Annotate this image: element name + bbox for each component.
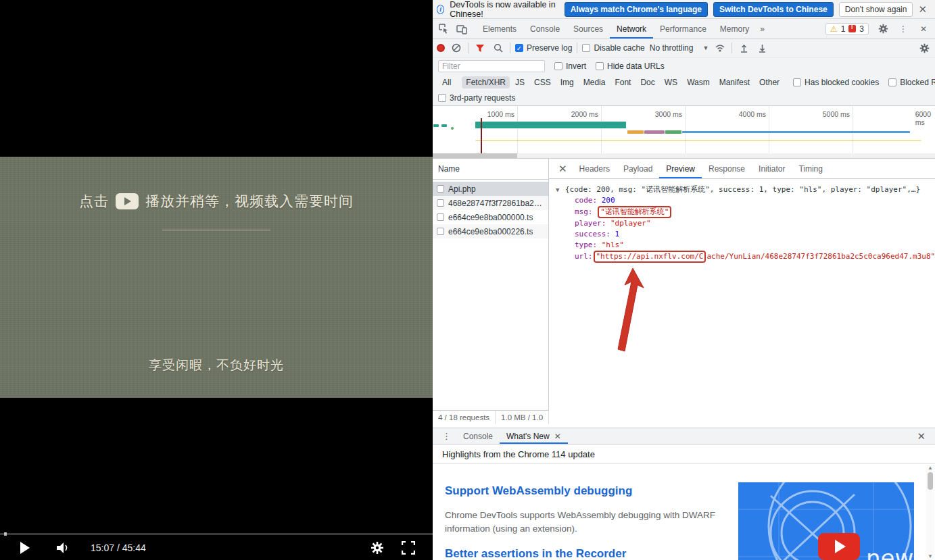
device-toolbar-button[interactable] [453, 20, 471, 38]
tab-payload[interactable]: Payload [617, 159, 659, 178]
network-settings-gear-icon[interactable] [917, 41, 931, 55]
tab-headers[interactable]: Headers [573, 159, 617, 178]
play-button[interactable] [0, 535, 30, 560]
invert-checkbox[interactable]: Invert [554, 61, 586, 71]
filter-input[interactable] [438, 60, 545, 72]
network-overview-timeline[interactable]: 1000 ms 2000 ms 3000 ms 4000 ms 5000 ms … [433, 106, 935, 159]
video-frame[interactable]: 点击 播放并稍等，视频载入需要时间 享受闲暇，不负好时光 [0, 157, 433, 398]
tab-elements[interactable]: Elements [476, 19, 523, 39]
inspect-element-button[interactable] [435, 20, 453, 38]
filter-type-other[interactable]: Other [755, 76, 784, 88]
whats-new-content: Support WebAssembly debugging Chrome Dev… [433, 464, 935, 560]
request-name: Api.php [448, 184, 476, 194]
close-tab-icon[interactable]: ✕ [554, 432, 561, 441]
whats-new-video-thumbnail[interactable]: new [738, 482, 914, 560]
network-conditions-icon[interactable] [713, 41, 727, 55]
tab-performance[interactable]: Performance [653, 19, 713, 39]
preserve-log-checkbox[interactable]: ✓ Preserve log [515, 43, 572, 53]
blocked-requests-checkbox[interactable]: Blocked Requests [888, 78, 935, 87]
request-row-m3u8[interactable]: 468e28747f3f72861ba2c5… [433, 196, 548, 210]
json-key: type: [575, 240, 597, 249]
filter-type-media[interactable]: Media [579, 76, 610, 88]
drawer-tab-console[interactable]: Console [456, 428, 500, 444]
filter-funnel-icon[interactable] [473, 41, 487, 55]
preview-json-tree[interactable]: ▼{code: 200, msg: "诺讯智能解析系统", success: 1… [549, 179, 935, 428]
more-tabs-button[interactable]: » [756, 19, 770, 39]
import-har-icon[interactable] [737, 41, 750, 55]
infobar-close-icon[interactable]: ✕ [918, 3, 927, 16]
switch-devtools-chinese-button[interactable]: Switch DevTools to Chinese [713, 2, 834, 17]
checkbox-unchecked-icon[interactable] [437, 213, 444, 221]
filter-type-css[interactable]: CSS [530, 76, 555, 88]
export-har-icon[interactable] [755, 41, 769, 55]
waterfall-dot [451, 127, 454, 130]
scrollbar-thumb[interactable] [928, 472, 933, 490]
video-settings-button[interactable] [370, 541, 384, 555]
requests-name-header[interactable]: Name [433, 159, 548, 180]
devtools-menu-button[interactable]: ⋮ [894, 20, 912, 38]
filter-type-manifest[interactable]: Manifest [715, 76, 754, 88]
filter-type-js[interactable]: JS [511, 76, 529, 88]
scroll-down-icon[interactable]: ▼ [926, 553, 934, 559]
whats-new-heading-1[interactable]: Support WebAssembly debugging [445, 484, 632, 498]
fullscreen-button[interactable] [402, 541, 415, 555]
request-row-ts-000000[interactable]: e664ce9e8ba000000.ts [433, 210, 548, 224]
blocked-requests-label: Blocked Requests [900, 78, 935, 87]
close-detail-icon[interactable]: ✕ [553, 163, 573, 175]
drawer-close-icon[interactable]: ✕ [911, 430, 931, 442]
throttling-dropdown[interactable]: No throttling ▼ [650, 43, 709, 53]
filter-type-ws[interactable]: WS [661, 76, 681, 88]
video-time-display: 15:07 / 45:44 [91, 542, 146, 553]
tab-network[interactable]: Network [610, 19, 653, 39]
issues-badges[interactable]: ⚠ 1 3 [825, 23, 869, 35]
tab-response[interactable]: Response [702, 159, 752, 178]
filter-type-img[interactable]: Img [556, 76, 578, 88]
clear-network-log-icon[interactable] [450, 41, 463, 55]
json-value: "诺讯智能解析系统" [600, 207, 669, 216]
hide-data-urls-checkbox[interactable]: Hide data URLs [596, 61, 665, 71]
dont-show-again-button[interactable]: Don't show again [839, 2, 913, 17]
filter-type-all[interactable]: All [438, 76, 455, 88]
throttling-value: No throttling [650, 43, 694, 53]
checkbox-unchecked-icon[interactable] [437, 199, 444, 207]
search-icon[interactable] [492, 41, 505, 55]
checkbox-unchecked-icon[interactable] [437, 185, 444, 193]
scroll-up-icon[interactable]: ▲ [926, 465, 934, 471]
record-network-log-icon[interactable] [437, 44, 445, 52]
drawer-menu-icon[interactable]: ⋮ [437, 431, 456, 441]
warning-icon: ⚠ [830, 24, 838, 34]
whats-new-scrollbar[interactable]: ▲ ▼ [926, 464, 934, 560]
third-party-requests-checkbox[interactable]: 3rd-party requests [438, 93, 515, 103]
devtools-settings-button[interactable] [874, 20, 892, 38]
filter-type-wasm[interactable]: Wasm [683, 76, 714, 88]
checkbox-unchecked-icon[interactable] [437, 228, 444, 235]
filter-type-fetch-xhr[interactable]: Fetch/XHR [462, 76, 510, 88]
expander-triangle-icon[interactable]: ▼ [556, 184, 565, 195]
match-chrome-language-button[interactable]: Always match Chrome's language [565, 2, 708, 17]
request-row-api-php[interactable]: Api.php [433, 182, 548, 196]
devtools-close-icon[interactable]: ✕ [915, 20, 932, 38]
video-player[interactable]: 点击 播放并稍等，视频载入需要时间 享受闲暇，不负好时光 15:07 / 45:… [0, 0, 433, 560]
timeline-tick: 1000 ms [487, 110, 517, 118]
whats-new-body-1: Chrome DevTools supports WebAssembly deb… [445, 509, 715, 536]
whats-new-heading-2[interactable]: Better assertions in the Recorder [445, 547, 626, 560]
drawer-tab-whats-new[interactable]: What's New ✕ [500, 428, 568, 444]
timeline-scrollbar[interactable] [433, 153, 935, 158]
tab-preview[interactable]: Preview [659, 159, 702, 178]
filter-type-font[interactable]: Font [610, 76, 635, 88]
tab-sources[interactable]: Sources [567, 19, 610, 39]
tab-memory[interactable]: Memory [713, 19, 756, 39]
request-row-ts-000226[interactable]: e664ce9e8ba000226.ts [433, 224, 548, 238]
json-summary-line[interactable]: ▼{code: 200, msg: "诺讯智能解析系统", success: 1… [556, 184, 935, 195]
tab-initiator[interactable]: Initiator [752, 159, 792, 178]
has-blocked-cookies-checkbox[interactable]: Has blocked cookies [793, 78, 879, 87]
annotation-box-msg: "诺讯智能解析系统" [598, 206, 671, 218]
tab-timing[interactable]: Timing [792, 159, 830, 178]
volume-button[interactable] [55, 535, 70, 560]
drawer-tab-label: What's New [506, 432, 550, 441]
waterfall-bar-main [475, 122, 626, 128]
speaker-icon [55, 541, 70, 555]
filter-type-doc[interactable]: Doc [636, 76, 658, 88]
disable-cache-checkbox[interactable]: Disable cache [582, 43, 644, 53]
tab-console[interactable]: Console [523, 19, 567, 39]
